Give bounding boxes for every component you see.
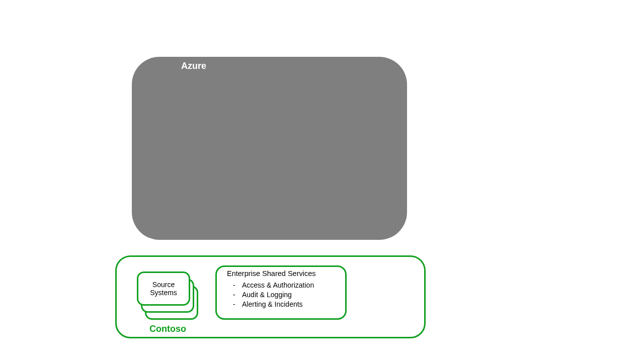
- ess-item-audit: Audit & Logging: [233, 290, 338, 300]
- source-systems-label-line2: Systems: [150, 289, 177, 297]
- ess-title: Enterprise Shared Services: [227, 269, 338, 278]
- azure-label: Azure: [181, 61, 206, 71]
- azure-container: Azure: [132, 57, 407, 240]
- ess-item-alerting: Alerting & Incidents: [233, 300, 338, 309]
- ess-item-access: Access & Authorization: [233, 281, 338, 290]
- source-systems-label-line1: Source: [152, 281, 175, 289]
- ess-list: Access & Authorization Audit & Logging A…: [233, 281, 338, 309]
- contoso-label: Contoso: [149, 324, 186, 334]
- enterprise-shared-services-card: Enterprise Shared Services Access & Auth…: [215, 265, 347, 320]
- source-systems-label: Source Systems: [150, 281, 177, 297]
- source-systems-stack: Source Systems: [137, 272, 195, 317]
- source-systems-card-front: Source Systems: [137, 272, 190, 306]
